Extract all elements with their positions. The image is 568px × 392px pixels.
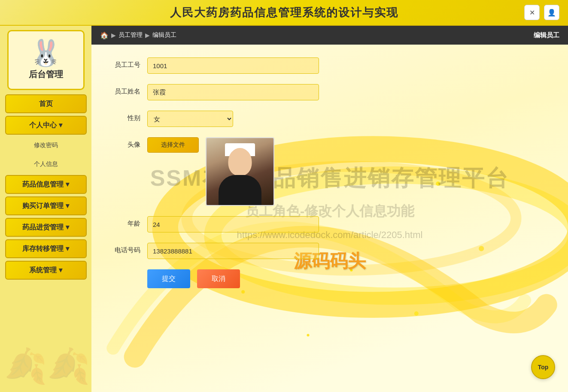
label-avatar: 头像 (109, 137, 147, 149)
form-row-age: 年龄 (109, 216, 551, 232)
label-phone: 电话号码 (109, 243, 147, 254)
breadcrumb-left: 🏠 ▶ 员工管理 ▶ 编辑员工 (100, 31, 176, 39)
breadcrumb-sep-2: ▶ (145, 32, 150, 39)
form-row-phone: 电话号码 (109, 243, 551, 259)
breadcrumb-sep-1: ▶ (111, 32, 116, 39)
form-content: 员工工号 员工姓名 性别 男 女 头 (109, 57, 551, 288)
sidebar-item-medicine-mgmt[interactable]: 药品信息管理 ▾ (5, 175, 87, 194)
form-area: SSM在线药品销售进销存管理平台 员工角色-修改个人信息功能 https://w… (91, 45, 568, 392)
form-row-employee-id: 员工工号 (109, 57, 551, 74)
input-phone[interactable] (147, 243, 319, 259)
input-employee-id[interactable] (147, 57, 319, 74)
breadcrumb-bar: 🏠 ▶ 员工管理 ▶ 编辑员工 编辑员工 (91, 26, 568, 45)
sidebar-item-system-mgmt[interactable]: 系统管理 ▾ (5, 261, 87, 280)
sidebar-item-personal[interactable]: 个人中心 ▾ (5, 116, 87, 135)
avatar-section: 选择文件 (147, 137, 274, 206)
label-employee-id: 员工工号 (109, 57, 147, 69)
avatar-upload-button[interactable]: 选择文件 (147, 137, 199, 153)
sidebar-item-stock-mgmt[interactable]: 库存转移管理 ▾ (5, 239, 87, 258)
close-button[interactable]: ✕ (524, 5, 540, 20)
main-content: 🏠 ▶ 员工管理 ▶ 编辑员工 编辑员工 (91, 26, 568, 392)
sidebar-item-order-mgmt-label: 购买订单管理 ▾ (22, 202, 69, 211)
breadcrumb-page-title: 编辑员工 (534, 31, 559, 39)
input-age[interactable] (147, 216, 319, 232)
sidebar-item-change-password[interactable]: 修改密码 (5, 137, 87, 154)
sidebar-menu: 首页 个人中心 ▾ 修改密码 个人信息 药品信息管理 ▾ 购买订单管理 ▾ 药品… (0, 94, 91, 280)
header-icons: ✕ 👤 (524, 5, 559, 20)
header: 人民大药房药品信息管理系统的设计与实现 ✕ 👤 (0, 0, 568, 26)
avatar-image (207, 138, 273, 205)
input-employee-name[interactable] (147, 84, 319, 100)
user-icon: 👤 (547, 9, 556, 17)
sidebar-item-personal-label: 个人中心 ▾ (29, 121, 62, 130)
actions-spacer (109, 269, 147, 273)
breadcrumb-employee-mgmt[interactable]: 员工管理 (118, 31, 143, 39)
svg-point-8 (414, 311, 419, 316)
form-row-employee-name: 员工姓名 (109, 84, 551, 100)
sidebar-item-change-password-label: 修改密码 (34, 142, 58, 149)
leaf-decoration: 🍂🍂 (4, 349, 90, 383)
close-icon: ✕ (529, 9, 535, 17)
sidebar-item-purchase-mgmt[interactable]: 药品进货管理 ▾ (5, 218, 87, 237)
sidebar-item-stock-mgmt-label: 库存转移管理 ▾ (22, 244, 69, 253)
sidebar-item-purchase-mgmt-label: 药品进货管理 ▾ (22, 223, 69, 232)
sidebar-item-medicine-mgmt-label: 药品信息管理 ▾ (22, 180, 69, 189)
rabbit-icon: 🐰 (30, 40, 62, 66)
layout: 🐰 后台管理 首页 个人中心 ▾ 修改密码 个人信息 药品信息管理 ▾ 购买订单… (0, 26, 568, 392)
sidebar: 🐰 后台管理 首页 个人中心 ▾ 修改密码 个人信息 药品信息管理 ▾ 购买订单… (0, 26, 91, 392)
user-button[interactable]: 👤 (544, 5, 559, 20)
breadcrumb-edit-employee: 编辑员工 (152, 31, 176, 39)
label-employee-name: 员工姓名 (109, 84, 147, 96)
header-title: 人民大药房药品信息管理系统的设计与实现 (170, 5, 398, 20)
cancel-button[interactable]: 取消 (197, 269, 240, 288)
sidebar-item-home[interactable]: 首页 (5, 94, 87, 113)
avatar-body (219, 175, 261, 205)
sidebar-item-system-mgmt-label: 系统管理 ▾ (29, 266, 62, 275)
svg-point-9 (307, 334, 310, 336)
sidebar-logo: 🐰 后台管理 (7, 30, 85, 90)
sidebar-item-personal-info[interactable]: 个人信息 (5, 156, 87, 172)
sidebar-item-home-label: 首页 (39, 100, 53, 109)
avatar-upload-label: 选择文件 (161, 141, 185, 149)
form-row-avatar: 头像 选择文件 (109, 137, 551, 206)
sidebar-item-personal-info-label: 个人信息 (34, 160, 58, 168)
form-row-gender: 性别 男 女 (109, 111, 551, 127)
top-button[interactable]: Top (531, 355, 555, 379)
select-gender[interactable]: 男 女 (147, 111, 233, 127)
form-row-actions: 提交 取消 (109, 269, 551, 288)
breadcrumb-home-icon[interactable]: 🏠 (100, 31, 109, 39)
label-age: 年龄 (109, 216, 147, 228)
avatar-preview (206, 137, 274, 206)
sidebar-logo-text: 后台管理 (29, 69, 63, 80)
submit-button[interactable]: 提交 (147, 269, 190, 288)
svg-point-7 (241, 290, 245, 294)
label-gender: 性别 (109, 111, 147, 122)
avatar-face (228, 148, 252, 176)
sidebar-item-order-mgmt[interactable]: 购买订单管理 ▾ (5, 196, 87, 215)
